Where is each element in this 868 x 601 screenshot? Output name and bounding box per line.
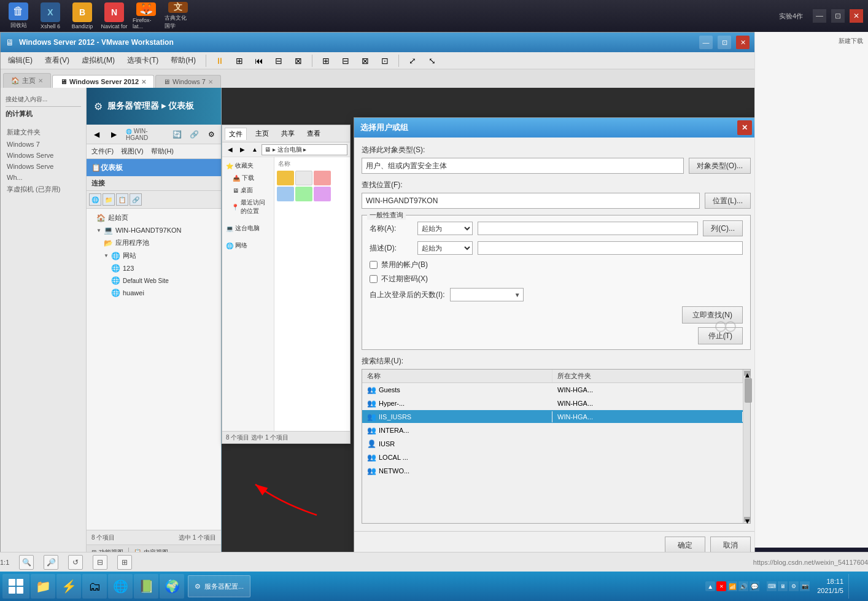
vm-sidebar-winserver2[interactable]: Windows Serve	[3, 161, 83, 172]
taskbar-file-manager[interactable]: 📁	[31, 574, 55, 599]
pause-btn[interactable]: ⏸	[211, 52, 228, 69]
taskbar-server-config-app[interactable]: ⚙ 服务器配置...	[188, 575, 250, 597]
close-btn[interactable]: ✕	[850, 9, 863, 23]
tree-item-123[interactable]: 🌐 123	[87, 262, 221, 274]
capture-icon[interactable]: 📷	[800, 581, 810, 591]
iis-refresh-btn[interactable]: 🔄	[169, 127, 184, 142]
object-type-input[interactable]	[362, 158, 684, 174]
bandizip-icon[interactable]: B Bandizip	[69, 2, 96, 29]
iis-forward-btn[interactable]: ▶	[106, 127, 121, 142]
fe-drive-4[interactable]	[277, 187, 294, 201]
reset-btn[interactable]: ↺	[68, 555, 83, 570]
fe-up-btn[interactable]: ▲	[249, 144, 260, 155]
vmware-close-btn[interactable]: ✕	[736, 36, 750, 49]
col-btn[interactable]: 列(C)...	[703, 220, 743, 236]
toolbar-btn-10[interactable]: ⤡	[424, 52, 441, 69]
noexpiry-checkbox[interactable]	[370, 275, 378, 283]
result-row-hyper[interactable]: 👥 Hyper-... WIN-HGA...	[362, 397, 743, 410]
fe-this-pc[interactable]: 💻这台电脑	[222, 222, 274, 235]
toolbar-btn-1[interactable]: ⊞	[231, 52, 248, 69]
fe-tab-share[interactable]: 共享	[277, 128, 298, 139]
vm-sidebar-new-folder[interactable]: 新建文件夹	[3, 126, 83, 139]
tree-item-sites[interactable]: ▼ 🌐 网站	[87, 249, 221, 262]
iis-conn-btn-1[interactable]: 🌐	[89, 193, 101, 206]
vm-sidebar-winserver1[interactable]: Windows Serve	[3, 150, 83, 161]
vmware-restore-btn[interactable]: ⊡	[718, 36, 731, 49]
taskbar-ie[interactable]: 🌐	[108, 574, 133, 599]
fe-drive-6[interactable]	[314, 187, 331, 201]
ok-btn[interactable]: 确定	[665, 537, 705, 554]
menu-edit[interactable]: 编辑(E)	[3, 54, 37, 67]
name-input[interactable]	[478, 222, 698, 235]
object-type-btn[interactable]: 对象类型(O)...	[689, 158, 751, 174]
dialog-close-btn[interactable]: ✕	[737, 120, 752, 135]
days-input[interactable]: ▼	[450, 288, 524, 301]
fe-drive-2[interactable]	[295, 171, 312, 185]
sys-icon-message[interactable]: 💬	[750, 581, 759, 591]
iis-conn-btn-3[interactable]: 📋	[116, 193, 128, 206]
fe-path-bar[interactable]: 🖥 ▸ 这台电脑 ▸	[262, 144, 347, 155]
vmware-minimize-btn[interactable]: —	[699, 36, 713, 49]
scroll-up-btn[interactable]: ▲	[744, 371, 750, 376]
fe-recent[interactable]: 📍最近访问的位置	[222, 196, 274, 217]
navicat-icon[interactable]: N Navicat for	[101, 2, 128, 29]
display-icon[interactable]: 🖥	[778, 581, 788, 591]
right-new-download-btn[interactable]: 新建下载	[758, 34, 866, 48]
toolbar-btn-8[interactable]: ⊡	[376, 52, 393, 69]
result-row-intera[interactable]: 👥 INTERA...	[362, 424, 743, 437]
fe-tab-file[interactable]: 文件	[225, 128, 247, 140]
tree-item-huawei[interactable]: 🌐 huawei	[87, 287, 221, 299]
show-desktop-btn[interactable]	[848, 574, 861, 599]
sys-icon-alert[interactable]: ✕	[716, 581, 726, 591]
fe-drive-5[interactable]	[295, 187, 312, 201]
recycle-bin-icon[interactable]: 🗑 回收站	[5, 2, 32, 29]
toolbar-btn-5[interactable]: ⊞	[317, 52, 335, 69]
system-clock[interactable]: 18:11 2021/1/5	[817, 577, 843, 596]
result-row-iis-iusrs[interactable]: 👥 IIS_IUSRS WIN-HGA...	[362, 410, 743, 424]
toolbar-btn-9[interactable]: ⤢	[404, 52, 421, 69]
location-btn[interactable]: 位置(L)...	[705, 193, 751, 209]
fe-drive-1[interactable]	[277, 171, 294, 185]
result-row-iusr[interactable]: 👤 IUSR	[362, 437, 743, 451]
disabled-checkbox[interactable]	[370, 261, 378, 269]
fe-network[interactable]: 🌐网络	[222, 239, 274, 252]
taskbar-excel[interactable]: 📗	[134, 574, 158, 599]
iis-conn-btn-2[interactable]: 📁	[103, 193, 115, 206]
minimize-btn[interactable]: —	[813, 9, 826, 23]
result-row-netwo[interactable]: 👥 NETWO...	[362, 464, 743, 478]
taskbar-powershell[interactable]: ⚡	[56, 574, 81, 599]
fit-btn[interactable]: ⊟	[93, 555, 107, 570]
fe-forward-btn[interactable]: ▶	[237, 144, 248, 155]
iis-conn-btn-4[interactable]: 🔗	[130, 193, 142, 206]
iis-connect-btn[interactable]: 🔗	[187, 127, 201, 142]
firefox-icon[interactable]: 🦊 Firefox-lat...	[133, 2, 160, 29]
xshell-icon[interactable]: X Xshell 6	[37, 2, 64, 29]
result-row-local[interactable]: 👥 LOCAL ...	[362, 451, 743, 464]
menu-vm[interactable]: 虚拟机(M)	[77, 54, 120, 67]
tab-home[interactable]: 🏠 主页 ✕	[3, 73, 51, 88]
toolbar-btn-6[interactable]: ⊟	[337, 52, 354, 69]
fe-fav-header[interactable]: ⭐收藏夹	[222, 160, 274, 172]
tree-item-start[interactable]: 🏠 起始页	[87, 211, 221, 224]
iis-tools-btn[interactable]: ⚙	[204, 127, 219, 142]
tree-item-apppool[interactable]: 📂 应用程序池	[87, 236, 221, 249]
fe-drive-3[interactable]	[314, 171, 331, 185]
iis-menu-file[interactable]: 文件(F)	[89, 146, 116, 157]
fe-tab-view[interactable]: 查看	[303, 128, 324, 139]
fe-desktop[interactable]: 🖥桌面	[222, 184, 274, 196]
fullscreen-btn[interactable]: ⊞	[117, 555, 132, 570]
vm-sidebar-windows7[interactable]: Windows 7	[3, 139, 83, 150]
toolbar-btn-2[interactable]: ⏮	[250, 52, 268, 69]
iis-menu-view[interactable]: 视图(V)	[118, 146, 146, 157]
iis-menu-help[interactable]: 帮助(H)	[149, 146, 176, 157]
sys-expand-btn[interactable]: ▲	[705, 581, 715, 591]
cancel-btn[interactable]: 取消	[710, 537, 751, 554]
start-button[interactable]	[2, 574, 29, 599]
sys-icon-sound[interactable]: 🔊	[738, 581, 748, 591]
vmtools-icon[interactable]: ⚙	[789, 581, 799, 591]
restore-btn[interactable]: ⊡	[831, 9, 845, 23]
tab-windows-server-2012[interactable]: 🖥 Windows Server 2012 ✕	[52, 75, 154, 88]
scroll-down-btn[interactable]: ▼	[744, 517, 750, 522]
taskbar-explorer[interactable]: 🗂	[82, 574, 107, 599]
menu-tab[interactable]: 选项卡(T)	[122, 54, 163, 67]
